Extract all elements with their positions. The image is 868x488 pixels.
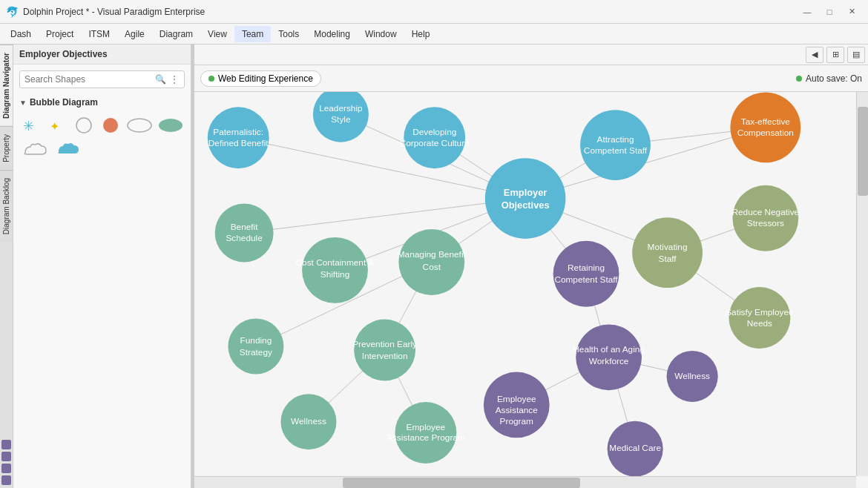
sidebar-title: Employer Objectives	[19, 49, 108, 59]
svg-text:Strategy: Strategy	[240, 347, 272, 357]
node-satisfy[interactable]	[729, 287, 790, 349]
shapes-grid: ✳ ✦	[13, 111, 191, 166]
node-motivating[interactable]	[632, 217, 703, 288]
shape-filled-circle[interactable]	[99, 116, 122, 135]
menu-dash[interactable]: Dash	[3, 26, 39, 42]
svg-text:Program: Program	[500, 416, 534, 426]
panel-icon-1[interactable]	[1, 440, 11, 449]
svg-text:Competent Staff: Competent Staff	[554, 274, 618, 285]
autosave-label: Auto save: On	[806, 73, 862, 84]
maximize-button[interactable]: □	[819, 4, 840, 20]
menu-modeling[interactable]: Modeling	[306, 26, 358, 42]
svg-text:Cost Containment &: Cost Containment &	[296, 257, 375, 268]
bubble-diagram-label: Bubble Diagram	[30, 97, 98, 108]
svg-text:Medical Care: Medical Care	[609, 443, 661, 453]
svg-point-2	[76, 118, 91, 133]
svg-text:Cost: Cost	[423, 262, 441, 272]
node-funding[interactable]	[228, 318, 283, 374]
node-retaining[interactable]	[553, 241, 619, 307]
left-side-tabs: Diagram Navigator Property Diagram Backl…	[0, 44, 13, 488]
minimize-button[interactable]: —	[797, 4, 818, 20]
canvas-main: .node-label { text-anchor: middle; domin…	[194, 92, 868, 488]
search-icon: 🔍	[155, 74, 166, 85]
app-title: Dolphin Project * - Visual Paradigm Ente…	[23, 7, 797, 17]
shape-cloud[interactable]	[19, 139, 49, 160]
svg-text:Employee: Employee	[407, 422, 446, 432]
collapse-arrow-icon: ▼	[19, 99, 27, 107]
toolbar-layout-icon[interactable]: ▤	[847, 47, 865, 63]
svg-text:Assistance Program: Assistance Program	[387, 432, 465, 443]
svg-text:Wellness: Wellness	[674, 371, 710, 381]
diagram-navigator-tab[interactable]: Diagram Navigator	[0, 44, 13, 126]
svg-point-5	[159, 119, 183, 132]
shape-asterisk[interactable]: ✳	[19, 116, 42, 135]
shape-filled-ellipse[interactable]	[157, 116, 184, 135]
hscroll-thumb[interactable]	[343, 478, 580, 488]
canvas-area: ◀ ⊞ ▤ Web Editing Experience Auto save: …	[194, 44, 868, 488]
svg-text:Wellness: Wellness	[291, 416, 326, 426]
toolbar-grid-icon[interactable]: ⊞	[826, 47, 844, 63]
svg-text:Health of an Aging: Health of an Aging	[573, 344, 645, 355]
shape-circle[interactable]	[73, 116, 95, 135]
autosave-indicator: Auto save: On	[796, 73, 862, 84]
panel-icon-4[interactable]	[1, 475, 11, 485]
search-input[interactable]	[24, 74, 155, 85]
svg-text:Schedule: Schedule	[226, 233, 263, 243]
svg-text:Workforce: Workforce	[589, 356, 629, 366]
svg-text:Reduce Negative: Reduce Negative	[731, 207, 799, 217]
diagram-tab[interactable]: Web Editing Experience	[200, 70, 321, 87]
main-layout: Diagram Navigator Property Diagram Backl…	[0, 44, 868, 488]
svg-text:Style: Style	[331, 114, 351, 125]
svg-text:Compensation: Compensation	[737, 128, 794, 138]
svg-text:Managing Benefit: Managing Benefit	[398, 249, 467, 260]
diagram-svg[interactable]: .node-label { text-anchor: middle; domin…	[194, 92, 868, 488]
menu-window[interactable]: Window	[358, 26, 404, 42]
svg-text:Satisfy Employee: Satisfy Employee	[726, 307, 794, 317]
app-icon: 🐬	[6, 6, 19, 18]
svg-text:Funding: Funding	[240, 335, 272, 346]
svg-point-3	[103, 118, 118, 133]
close-button[interactable]: ✕	[841, 4, 862, 20]
autosave-dot	[796, 76, 802, 82]
svg-text:Staff: Staff	[659, 254, 677, 264]
svg-text:✳: ✳	[23, 119, 34, 133]
svg-text:Competent Staff: Competent Staff	[584, 145, 648, 156]
menu-itsm[interactable]: ITSM	[81, 26, 117, 42]
menu-help[interactable]: Help	[404, 26, 438, 42]
svg-text:Needs: Needs	[747, 319, 772, 329]
svg-text:Intervention: Intervention	[362, 351, 408, 361]
menu-project[interactable]: Project	[39, 26, 81, 42]
panel-icon-3[interactable]	[1, 464, 11, 473]
sidebar-header: Employer Objectives	[13, 44, 191, 65]
svg-text:Retaining: Retaining	[568, 263, 605, 274]
node-center[interactable]	[485, 158, 566, 239]
panel-icon-2[interactable]	[1, 452, 11, 461]
bubble-diagram-header[interactable]: ▼ Bubble Diagram	[13, 94, 191, 111]
svg-text:Prevention Early: Prevention Early	[352, 339, 417, 349]
menubar: Dash Project ITSM Agile Diagram View Tea…	[0, 24, 868, 44]
shape-filled-cloud[interactable]	[53, 139, 80, 160]
svg-text:Paternalistic:: Paternalistic:	[213, 127, 263, 137]
diagram-backlog-tab[interactable]: Diagram Backlog	[0, 170, 13, 242]
node-prevention[interactable]	[354, 319, 415, 380]
menu-agile[interactable]: Agile	[117, 26, 152, 42]
search-container: 🔍 ⋮	[19, 70, 185, 88]
vscroll-thumb[interactable]	[858, 107, 868, 196]
property-tab[interactable]: Property	[0, 126, 13, 170]
titlebar: 🐬 Dolphin Project * - Visual Paradigm En…	[0, 0, 868, 24]
svg-text:Assistance: Assistance	[496, 405, 539, 415]
svg-text:Defined Benefit: Defined Benefit	[208, 138, 269, 148]
menu-diagram[interactable]: Diagram	[152, 26, 200, 42]
horizontal-scrollbar[interactable]	[194, 476, 856, 488]
vertical-scrollbar[interactable]	[856, 92, 868, 476]
menu-view[interactable]: View	[200, 26, 234, 42]
shape-ellipse[interactable]	[126, 116, 153, 135]
svg-text:Motivating: Motivating	[648, 242, 688, 252]
toolbar-back-icon[interactable]: ◀	[806, 47, 823, 63]
more-options-icon[interactable]: ⋮	[169, 73, 180, 85]
menu-tools[interactable]: Tools	[271, 26, 306, 42]
menu-team[interactable]: Team	[234, 26, 271, 42]
shape-star[interactable]: ✦	[46, 116, 68, 135]
svg-point-4	[128, 119, 151, 132]
svg-text:Corporate Culture: Corporate Culture	[400, 138, 470, 148]
